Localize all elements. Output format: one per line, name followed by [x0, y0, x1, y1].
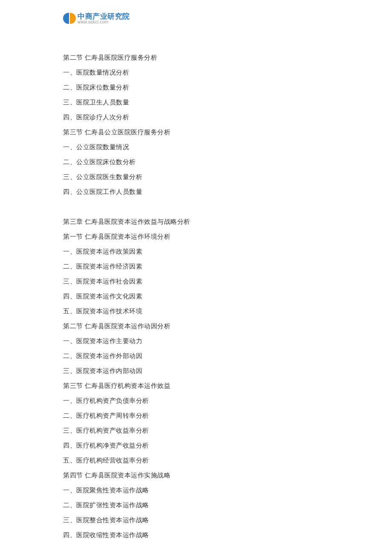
toc-line: 一、医院资本运作政策因素: [63, 244, 329, 259]
toc-line: 第二节 仁寿县医院资本运作动因分析: [63, 319, 329, 334]
toc-line: 一、医院聚焦性资本运作战略: [63, 483, 329, 498]
blank-line: [63, 199, 329, 214]
logo-icon: [63, 12, 76, 25]
toc-line: 五、医院资本运作技术环境: [63, 304, 329, 319]
logo-url-text: www.askci.com: [78, 20, 130, 24]
logo-cn-text: 中商产业研究院: [78, 13, 130, 20]
toc-line: 第二节 仁寿县医院医疗服务分析: [63, 50, 329, 65]
toc-line: 四、医院收缩性资本运作战略: [63, 528, 329, 543]
toc-line: 四、医疗机构净资产收益分析: [63, 438, 329, 453]
toc-line: 一、医院资本运作主要动力: [63, 334, 329, 349]
toc-line: 一、公立医院数量情况: [63, 140, 329, 155]
toc-line: 三、医院资本运作内部动因: [63, 364, 329, 379]
toc-line: 第三节 仁寿县医疗机构资本运作效益: [63, 379, 329, 393]
toc-line: 一、医疗机构资产负债率分析: [63, 393, 329, 408]
logo: 中商产业研究院 www.askci.com: [63, 12, 130, 25]
toc-line: 三、公立医院医生数量分析: [63, 170, 329, 185]
toc-line: 二、医疗机构资产周转率分析: [63, 408, 329, 423]
toc-line: 三、医院整合性资本运作战略: [63, 513, 329, 528]
toc-line: 二、公立医院床位数分析: [63, 155, 329, 170]
toc-line: 二、医院床位数量分析: [63, 80, 329, 95]
toc-line: 三、医院资本运作社会因素: [63, 274, 329, 289]
toc-line: 三、医院卫生人员数量: [63, 95, 329, 110]
toc-line: 第三节 仁寿县公立医院医疗服务分析: [63, 125, 329, 140]
toc-line: 四、医院资本运作文化因素: [63, 289, 329, 304]
toc-line: 五、医疗机构经营收益率分析: [63, 453, 329, 468]
toc-line: 第三章 仁寿县医院资本运作效益与战略分析: [63, 214, 329, 229]
logo-text: 中商产业研究院 www.askci.com: [78, 13, 130, 24]
toc-line: 一、医院数量情况分析: [63, 65, 329, 80]
toc-line: 四、公立医院工作人员数量: [63, 185, 329, 199]
toc-line: 第一节 仁寿县医院资本运作环境分析: [63, 229, 329, 244]
toc-line: 二、医院资本运作经济因素: [63, 259, 329, 274]
toc-content: 第二节 仁寿县医院医疗服务分析 一、医院数量情况分析 二、医院床位数量分析 三、…: [63, 50, 329, 543]
toc-line: 三、医疗机构资产收益率分析: [63, 423, 329, 438]
toc-line: 二、医院扩张性资本运作战略: [63, 498, 329, 513]
toc-line: 二、医院资本运作外部动因: [63, 349, 329, 364]
toc-line: 四、医院诊疗人次分析: [63, 110, 329, 125]
toc-line: 第四节 仁寿县医院资本运作实施战略: [63, 468, 329, 483]
